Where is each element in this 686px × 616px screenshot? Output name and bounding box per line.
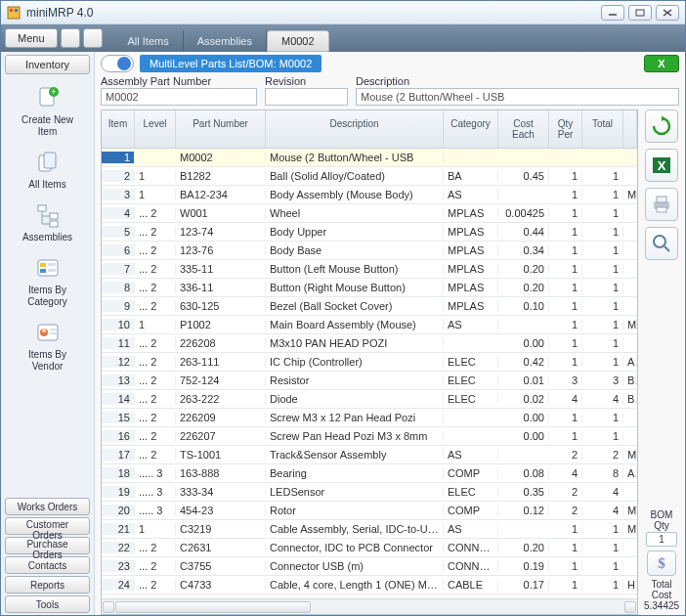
scroll-thumb[interactable]: [115, 601, 311, 613]
column-header[interactable]: Total: [582, 110, 623, 148]
table-row[interactable]: 5... 2123-74Body UpperMPLAS0.4411: [102, 223, 637, 242]
bom-qty-value[interactable]: 1: [646, 532, 677, 547]
table-row[interactable]: 20..... 3454-23RotorCOMP0.1224M: [102, 502, 637, 520]
table-row[interactable]: 12... 2263-111IC Chip (Controller)ELEC0.…: [102, 353, 637, 372]
table-row[interactable]: 22... 2C2631Connector, IDC to PCB Connec…: [102, 539, 637, 557]
cell: 0.00: [498, 412, 549, 423]
column-header[interactable]: Level: [135, 110, 176, 148]
all-items-icon: [33, 148, 63, 177]
cell: ... 2: [135, 226, 176, 238]
nav-customer-orders[interactable]: Customer Orders: [5, 517, 90, 535]
nav-items-by-vendor[interactable]: Items ByVendor: [1, 314, 94, 378]
nav-create-new-item[interactable]: +Create NewItem: [1, 79, 94, 144]
cell: ... 2: [135, 393, 176, 405]
tab-all-items[interactable]: All Items: [114, 30, 184, 52]
table-row[interactable]: 23... 2C3755Connector USB (m)CONNE...0.1…: [102, 557, 637, 576]
cost-button[interactable]: $: [647, 550, 676, 576]
assembly-label: Assembly Part Number: [101, 75, 257, 87]
cell: 1: [582, 337, 623, 349]
table-row[interactable]: 14... 2263-222DiodeELEC0.0244B: [102, 390, 637, 409]
revision-input[interactable]: [265, 88, 348, 106]
cell: Screw Pan Head Pozi M3 x 8mm: [266, 430, 444, 442]
inventory-button[interactable]: Inventory: [5, 55, 90, 74]
cell: Bearing: [266, 467, 444, 479]
multilevel-toggle[interactable]: [101, 55, 134, 72]
minimize-button[interactable]: [601, 5, 624, 21]
cell: ... 2: [135, 282, 176, 293]
refresh-button[interactable]: [645, 110, 678, 143]
cell: ... 2: [135, 542, 176, 553]
svg-rect-0: [8, 7, 20, 19]
column-header[interactable]: Part Number: [176, 110, 266, 148]
search-button[interactable]: [645, 227, 678, 260]
svg-text:X: X: [658, 158, 666, 173]
column-header[interactable]: Item: [102, 110, 135, 148]
table-row[interactable]: 15... 2226209Screw M3 x 12 Pan Head Pozi…: [102, 409, 637, 427]
cell: BA: [444, 170, 498, 182]
scroll-left-arrow[interactable]: [103, 601, 114, 613]
table-row[interactable]: 1M0002Mouse (2 Button/Wheel - USB: [102, 149, 637, 167]
cell: Connector, IDC to PCB Connector: [266, 542, 444, 553]
nav-assemblies[interactable]: Assemblies: [1, 197, 94, 249]
table-row[interactable]: 101P1002Main Board Assembly (Mouse)AS11M: [102, 316, 637, 334]
table-row[interactable]: 9... 2630-125Bezel (Ball Socket Cover)MP…: [102, 297, 637, 316]
menu-button[interactable]: Menu: [5, 28, 58, 48]
nav-reports[interactable]: Reports: [5, 576, 90, 594]
column-header[interactable]: [623, 110, 637, 148]
cell: AS: [444, 449, 498, 461]
cell: 1: [582, 189, 623, 200]
table-row[interactable]: 16... 2226207Screw Pan Head Pozi M3 x 8m…: [102, 427, 637, 446]
cell: 0.17: [498, 579, 549, 591]
close-button[interactable]: [656, 5, 679, 21]
cell: COMP: [444, 467, 498, 479]
table-row[interactable]: 24... 2C4733Cable, 4 core, Length 1 (ONE…: [102, 576, 637, 594]
cell: C3755: [176, 560, 266, 572]
nav-tools[interactable]: Tools: [5, 595, 90, 613]
cell: IC Chip (Controller): [266, 356, 444, 368]
tab-assemblies[interactable]: Assemblies: [184, 30, 267, 52]
tab-m0002[interactable]: M0002: [267, 30, 329, 52]
table-row[interactable]: 31BA12-234Body Assembly (Mouse Body)AS11…: [102, 186, 637, 204]
scroll-right-arrow[interactable]: [624, 601, 636, 613]
close-tab-button[interactable]: X: [644, 55, 679, 72]
table-row[interactable]: 11... 2226208M3x10 PAN HEAD POZI0.0011: [102, 334, 637, 353]
nav-purchase-orders[interactable]: Purchase Orders: [5, 537, 90, 554]
table-row[interactable]: 21B1282Ball (Solid Alloy/Coated)BA0.4511: [102, 167, 637, 186]
table-row[interactable]: 7... 2335-11Button (Left Mouse Button)MP…: [102, 260, 637, 279]
cell: MPLAS: [444, 263, 498, 275]
column-header[interactable]: CostEach: [498, 110, 549, 148]
table-row[interactable]: 211C3219Cable Assembly, Serial, IDC-to-U…: [102, 520, 637, 539]
nav-items-by-category[interactable]: Items ByCategory: [1, 249, 94, 314]
cell: 333-34: [176, 486, 266, 498]
nav-all-items[interactable]: All Items: [1, 144, 94, 197]
maximize-button[interactable]: [628, 5, 652, 21]
cell: 1: [582, 170, 623, 182]
table-row[interactable]: 4... 2W001WheelMPLAS0.0042511: [102, 204, 637, 223]
svg-rect-17: [48, 263, 56, 266]
table-row[interactable]: 19..... 3333-34LEDSensorELEC0.3524: [102, 483, 637, 502]
column-header[interactable]: QtyPer: [549, 110, 582, 148]
nav-works-orders[interactable]: Works Orders: [5, 498, 90, 515]
table-row[interactable]: 18..... 3163-888BearingCOMP0.0848A: [102, 464, 637, 483]
table-row[interactable]: 17... 2TS-1001Track&Sensor AssemblyAS22M: [102, 446, 637, 464]
print-button[interactable]: [645, 188, 678, 221]
table-body[interactable]: 1M0002Mouse (2 Button/Wheel - USB21B1282…: [102, 149, 637, 598]
cell: 630-125: [176, 300, 266, 312]
toolbar-button-1[interactable]: [61, 28, 80, 48]
column-header[interactable]: Description: [266, 110, 444, 148]
table-row[interactable]: 8... 2336-11Button (Right Mouse Button)M…: [102, 279, 637, 297]
cell: ... 2: [135, 337, 176, 349]
toolbar-button-2[interactable]: [83, 28, 103, 48]
horizontal-scrollbar[interactable]: [102, 598, 637, 614]
assembly-input[interactable]: [101, 88, 257, 106]
column-header[interactable]: Category: [444, 110, 498, 148]
table-row[interactable]: 13... 2752-124ResistorELEC0.0133B: [102, 372, 637, 390]
cell: 8: [102, 282, 135, 293]
export-excel-button[interactable]: X: [645, 149, 678, 182]
svg-rect-23: [50, 329, 57, 330]
table-row[interactable]: 6... 2123-76Body BaseMPLAS0.3411: [102, 242, 637, 260]
cell: 0.20: [498, 263, 549, 275]
nav-label: Create NewItem: [21, 114, 73, 138]
svg-rect-13: [50, 213, 58, 219]
description-input[interactable]: [356, 88, 679, 106]
